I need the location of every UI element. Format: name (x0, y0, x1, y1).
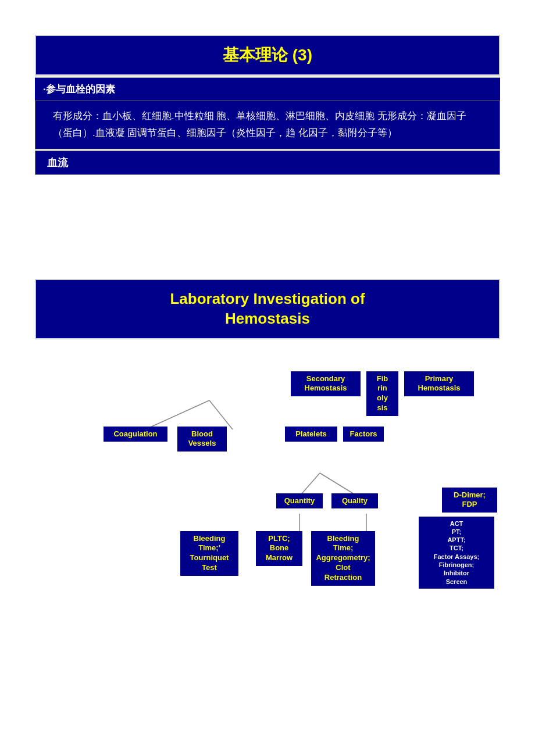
svg-line-0 (145, 400, 209, 429)
fibrinolysis-box: Fibrinolysis (366, 371, 398, 417)
factors-box: Factors (343, 427, 384, 442)
quantity-box: Quantity (276, 493, 323, 509)
slide2-diagram: SecondaryHemostasis Fibrinolysis Primary… (35, 339, 500, 618)
aggregometry-clot-box: BleedingTime;Aggregometry;ClotRetraction (311, 531, 375, 586)
slide1-footer: 血流 (35, 151, 500, 175)
slide2-title: Laboratory Investigation ofHemostasis (35, 279, 500, 339)
primary-hemostasis-box: PrimaryHemostasis (404, 371, 474, 397)
blood-vessels-box: BloodVessels (177, 427, 227, 452)
coagulation-box: Coagulation (104, 427, 167, 442)
slide1-content: 有形成分：血小板、红细胞.中性粒细 胞、单核细胞、淋巴细胞、内皮细胞 无形成分：… (35, 101, 500, 149)
quality-box: Quality (331, 493, 378, 509)
svg-line-1 (209, 400, 233, 429)
svg-line-3 (320, 473, 358, 496)
slide1-title: 基本理论 (3) (35, 35, 500, 76)
pltc-bone-marrow-box: PLTC;BoneMarrow (256, 531, 302, 567)
slide1-subtitle: ·参与血栓的因素 (35, 77, 500, 101)
slide1: 基本理论 (3) ·参与血栓的因素 有形成分：血小板、红细胞.中性粒细 胞、单核… (35, 35, 500, 175)
secondary-hemostasis-box: SecondaryHemostasis (291, 371, 361, 397)
d-dimer-box: D-Dimer;FDP (442, 488, 497, 513)
platelets-box: Platelets (285, 427, 337, 442)
slide2: Laboratory Investigation ofHemostasis Se… (35, 279, 500, 618)
act-pt-box: ACTPT;APTT;TCT;Factor Assays;Fibrinogen;… (419, 517, 494, 589)
bleeding-time-tourniquet-box: BleedingTime;'TourniquetTest (180, 531, 238, 576)
svg-line-2 (299, 473, 320, 496)
